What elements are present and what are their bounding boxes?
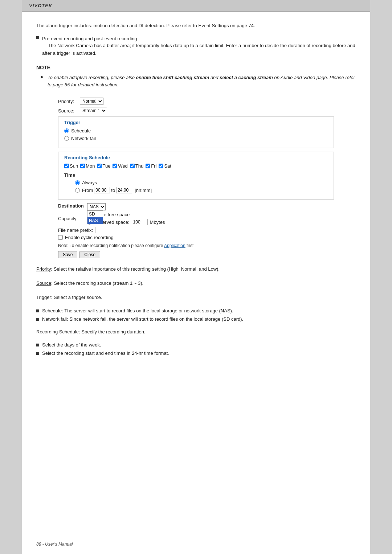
schedule-label: Schedule bbox=[71, 128, 91, 134]
source-underline: Source bbox=[36, 280, 51, 286]
day-mon[interactable]: Mon bbox=[80, 163, 95, 169]
to-label: to bbox=[111, 188, 115, 193]
brand-label: VIVOTEK bbox=[29, 3, 52, 8]
bullet-times-icon bbox=[36, 352, 39, 355]
day-fri[interactable]: Fri bbox=[146, 163, 156, 169]
day-tue[interactable]: Tue bbox=[97, 163, 110, 169]
day-sun[interactable]: Sun bbox=[64, 163, 78, 169]
cyclic-row: Enable cyclic recording bbox=[58, 235, 334, 240]
close-button[interactable]: Close bbox=[79, 251, 100, 258]
trigger-title: Trigger bbox=[64, 120, 328, 125]
checkbox-mon[interactable] bbox=[80, 164, 85, 168]
from-input[interactable] bbox=[94, 187, 110, 193]
note-bullet: ► To enable adaptive recording, please a… bbox=[40, 74, 356, 89]
dropdown-option-nas[interactable]: NAS bbox=[87, 217, 103, 224]
bullet-days-icon bbox=[36, 344, 39, 346]
days-row: Sun Mon Tue Wed Thu Fri Sat bbox=[64, 163, 328, 169]
recording-schedule-underline: Recording Schedule bbox=[36, 329, 79, 335]
priority-desc-text: : Select the relative importance of this… bbox=[51, 266, 220, 272]
arrow-icon: ► bbox=[40, 74, 45, 79]
source-select[interactable]: Stream 1 Stream 2 Stream 3 bbox=[80, 107, 107, 114]
select-times-text: Select the recording start and end times… bbox=[42, 350, 169, 356]
select-times-bullet: Select the recording start and end times… bbox=[36, 350, 356, 356]
file-prefix-label: File name prefix: bbox=[58, 227, 93, 233]
destination-dropdown-container: NAS SD SD NAS bbox=[87, 203, 106, 210]
select-days-bullet: Select the days of the week. bbox=[36, 342, 356, 348]
always-radio[interactable] bbox=[75, 180, 80, 185]
destination-label: Destination bbox=[58, 203, 87, 209]
file-prefix-row: File name prefix: bbox=[58, 227, 334, 233]
destination-row: Destination NAS SD SD NAS bbox=[58, 203, 334, 210]
note-section: NOTE ► To enable adaptive recording, ple… bbox=[36, 65, 356, 89]
time-label: Time bbox=[64, 172, 328, 178]
bullet-schedule-icon bbox=[36, 309, 39, 312]
priority-select[interactable]: Normal High Low bbox=[80, 98, 103, 105]
source-description: Source: Select the recording source (str… bbox=[36, 280, 356, 287]
application-link[interactable]: Application bbox=[164, 243, 185, 248]
network-fail-radio[interactable] bbox=[64, 136, 69, 141]
note-body: To enable adaptive recording, please als… bbox=[48, 74, 356, 89]
checkbox-sat[interactable] bbox=[159, 164, 163, 168]
note-bold2: select a caching stream bbox=[220, 75, 273, 80]
day-wed[interactable]: Wed bbox=[113, 163, 128, 169]
schedule-radio-row: Schedule bbox=[64, 128, 328, 134]
trigger-desc-text: Trigger: Select a trigger source. bbox=[36, 295, 102, 300]
cyclic-label: Enable cyclic recording bbox=[65, 235, 114, 240]
from-row: From to [hh:mm] bbox=[75, 187, 328, 193]
destination-section: Destination NAS SD SD NAS bbox=[58, 203, 334, 258]
recording-schedule-description: Recording Schedule: Specify the recordin… bbox=[36, 328, 356, 336]
priority-row: Priority: Normal High Low bbox=[58, 98, 334, 105]
pre-event-sub: The Network Camera has a buffer area; it… bbox=[42, 43, 355, 56]
recording-schedule-box: Recording Schedule Sun Mon Tue Wed Thu F… bbox=[58, 152, 334, 200]
day-sat[interactable]: Sat bbox=[159, 163, 171, 169]
capacity-label: Capacity: bbox=[58, 216, 87, 221]
priority-underline: Priority bbox=[36, 266, 51, 272]
network-fail-label: Network fail bbox=[71, 136, 96, 141]
checkbox-wed[interactable] bbox=[113, 164, 117, 168]
pre-event-bullet: Pre-event recording and post-event recor… bbox=[36, 35, 356, 57]
schedule-radio[interactable] bbox=[64, 128, 69, 133]
always-label: Always bbox=[82, 180, 97, 185]
save-button[interactable]: Save bbox=[58, 251, 77, 258]
intro-paragraph: The alarm trigger includes: motion detec… bbox=[36, 22, 356, 29]
page-header: VIVOTEK bbox=[22, 0, 370, 12]
select-days-text: Select the days of the week. bbox=[42, 342, 101, 348]
from-radio[interactable] bbox=[75, 188, 80, 193]
trigger-box: Trigger Schedule Network fail bbox=[58, 116, 334, 148]
to-input[interactable] bbox=[116, 187, 132, 193]
pre-event-label: Pre-event recording and post-event recor… bbox=[42, 36, 137, 41]
cyclic-checkbox[interactable] bbox=[58, 235, 63, 240]
schedule-desc-bullet: Schedule: The server will start to recor… bbox=[36, 308, 356, 313]
priority-description: Priority: Select the relative importance… bbox=[36, 266, 356, 273]
destination-dropdown-popup: SD NAS bbox=[87, 210, 103, 224]
dropdown-option-sd[interactable]: SD bbox=[87, 211, 103, 217]
note-config-text: Note: To enable recording notification p… bbox=[58, 243, 164, 248]
bullet-networkfail-icon bbox=[36, 318, 39, 321]
mbytes-label: Mbytes bbox=[150, 219, 165, 225]
trigger-description: Trigger: Select a trigger source. bbox=[36, 294, 356, 301]
checkbox-tue[interactable] bbox=[97, 164, 102, 168]
file-prefix-input[interactable] bbox=[95, 227, 142, 233]
checkbox-sun[interactable] bbox=[64, 164, 69, 168]
always-row: Always bbox=[75, 180, 328, 185]
checkbox-thu[interactable] bbox=[130, 164, 135, 168]
network-fail-desc-text: Network fail: Since network fail, the se… bbox=[42, 316, 243, 322]
bullet-icon bbox=[36, 36, 39, 39]
settings-form: Priority: Normal High Low Source: Stream… bbox=[58, 98, 334, 258]
recording-schedule-title: Recording Schedule bbox=[64, 155, 328, 160]
reserved-input[interactable] bbox=[132, 219, 148, 225]
note-title: NOTE bbox=[36, 65, 356, 70]
source-label: Source: bbox=[58, 108, 80, 114]
note-text1: To enable adaptive recording, please als… bbox=[48, 75, 136, 80]
note-config: Note: To enable recording notification p… bbox=[58, 243, 334, 248]
hhmm-label: [hh:mm] bbox=[135, 188, 152, 193]
button-row: Save Close bbox=[58, 251, 334, 258]
network-fail-desc-bullet: Network fail: Since network fail, the se… bbox=[36, 316, 356, 322]
note-config-suffix: first bbox=[185, 243, 194, 248]
from-label: From bbox=[82, 188, 93, 193]
priority-label: Priority: bbox=[58, 99, 80, 104]
destination-select[interactable]: NAS SD bbox=[87, 203, 106, 210]
day-thu[interactable]: Thu bbox=[130, 163, 143, 169]
checkbox-fri[interactable] bbox=[146, 164, 150, 168]
schedule-desc-text: Schedule: The server will start to recor… bbox=[42, 308, 233, 313]
